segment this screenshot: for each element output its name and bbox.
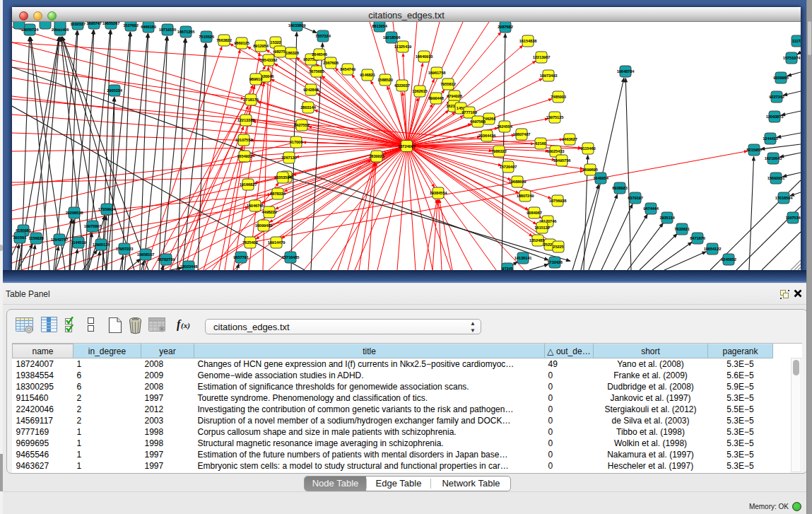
svg-text:417006: 417006 bbox=[290, 140, 303, 144]
svg-text:1527602: 1527602 bbox=[123, 23, 139, 28]
svg-text:6794028: 6794028 bbox=[447, 94, 462, 98]
svg-text:12942757: 12942757 bbox=[51, 238, 69, 242]
svg-text:9699695: 9699695 bbox=[582, 168, 598, 172]
svg-text:12093873: 12093873 bbox=[766, 115, 784, 119]
svg-text:5675685: 5675685 bbox=[309, 69, 324, 74]
svg-text:9657791: 9657791 bbox=[233, 255, 249, 259]
svg-text:10973493: 10973493 bbox=[540, 74, 558, 78]
svg-text:16099489: 16099489 bbox=[255, 223, 273, 228]
svg-text:1362615: 1362615 bbox=[412, 89, 428, 93]
svg-text:19166827: 19166827 bbox=[240, 182, 257, 187]
svg-text:10719155: 10719155 bbox=[159, 28, 177, 32]
svg-text:16543382: 16543382 bbox=[260, 58, 278, 62]
svg-text:1640954: 1640954 bbox=[593, 176, 608, 180]
svg-text:15720407: 15720407 bbox=[500, 165, 517, 169]
svg-text:12213967: 12213967 bbox=[533, 55, 551, 59]
svg-text:10756928: 10756928 bbox=[549, 199, 567, 203]
svg-text:16671355: 16671355 bbox=[177, 30, 196, 34]
svg-text:(x): (x) bbox=[181, 321, 190, 330]
svg-text:10975867: 10975867 bbox=[84, 224, 102, 228]
svg-text:8427552: 8427552 bbox=[294, 123, 310, 127]
svg-text:9463627: 9463627 bbox=[562, 137, 577, 141]
svg-text:1244415: 1244415 bbox=[763, 136, 778, 141]
svg-text:16210643: 16210643 bbox=[765, 156, 783, 160]
svg-text:8215955: 8215955 bbox=[746, 148, 762, 152]
svg-text:16961758: 16961758 bbox=[428, 71, 447, 75]
svg-text:20206538: 20206538 bbox=[66, 211, 84, 215]
svg-text:2830023: 2830023 bbox=[369, 154, 384, 158]
svg-text:989618: 989618 bbox=[249, 77, 263, 81]
svg-text:7357224: 7357224 bbox=[315, 34, 331, 38]
svg-text:10107553: 10107553 bbox=[235, 138, 254, 142]
svg-text:7515526: 7515526 bbox=[199, 35, 214, 39]
svg-text:4498222: 4498222 bbox=[261, 210, 277, 214]
svg-text:11172: 11172 bbox=[792, 39, 801, 43]
svg-text:10958107: 10958107 bbox=[137, 252, 155, 257]
svg-text:2803144: 2803144 bbox=[300, 105, 316, 110]
svg-text:5878334: 5878334 bbox=[270, 192, 286, 196]
svg-text:9146821: 9146821 bbox=[360, 73, 375, 77]
svg-text:1733426: 1733426 bbox=[547, 260, 563, 264]
svg-text:16046765: 16046765 bbox=[247, 204, 265, 208]
svg-text:8454749: 8454749 bbox=[340, 67, 355, 71]
svg-text:1032337: 1032337 bbox=[70, 22, 86, 26]
svg-text:10688609: 10688609 bbox=[509, 180, 527, 184]
svg-text:19218506: 19218506 bbox=[383, 35, 401, 40]
svg-text:2367608: 2367608 bbox=[323, 61, 339, 65]
svg-text:7632621: 7632621 bbox=[674, 227, 690, 231]
svg-text:12023448: 12023448 bbox=[180, 264, 199, 269]
svg-text:15322: 15322 bbox=[270, 40, 281, 45]
svg-text:16782759: 16782759 bbox=[158, 257, 176, 262]
svg-text:7955812: 7955812 bbox=[440, 82, 456, 86]
svg-text:15692951: 15692951 bbox=[767, 176, 786, 180]
svg-text:9860125: 9860125 bbox=[234, 41, 249, 45]
svg-text:2905334: 2905334 bbox=[107, 88, 122, 93]
svg-text:16914479: 16914479 bbox=[268, 240, 286, 245]
svg-text:9245052: 9245052 bbox=[721, 257, 736, 262]
svg-text:9242848: 9242848 bbox=[303, 88, 319, 92]
svg-text:391591: 391591 bbox=[13, 235, 27, 240]
svg-text:12213389: 12213389 bbox=[237, 118, 256, 122]
svg-text:2718176: 2718176 bbox=[243, 98, 259, 102]
svg-text:10655267: 10655267 bbox=[102, 22, 120, 25]
svg-text:17016504: 17016504 bbox=[775, 196, 794, 200]
svg-text:9777169: 9777169 bbox=[461, 110, 477, 115]
svg-text:2646546: 2646546 bbox=[312, 52, 327, 57]
svg-text:16640910: 16640910 bbox=[416, 54, 433, 59]
svg-text:1167534: 1167534 bbox=[785, 216, 801, 220]
svg-text:10654122: 10654122 bbox=[704, 247, 722, 251]
svg-text:11325419: 11325419 bbox=[394, 45, 412, 49]
svg-text:2087682: 2087682 bbox=[498, 25, 513, 29]
svg-text:14136141: 14136141 bbox=[514, 256, 533, 260]
svg-text:98275: 98275 bbox=[274, 49, 286, 54]
svg-text:17957223: 17957223 bbox=[116, 247, 134, 251]
svg-text:15716485: 15716485 bbox=[282, 255, 300, 259]
svg-text:62160: 62160 bbox=[535, 141, 546, 146]
svg-text:1654923: 1654923 bbox=[237, 154, 252, 158]
svg-text:1144519: 1144519 bbox=[71, 240, 86, 245]
svg-text:7625402: 7625402 bbox=[242, 240, 258, 245]
svg-text:6379197: 6379197 bbox=[628, 196, 643, 200]
svg-text:13975125: 13975125 bbox=[546, 115, 565, 119]
svg-text:18495756: 18495756 bbox=[553, 158, 572, 163]
svg-text:9474444: 9474444 bbox=[643, 206, 659, 211]
svg-text:8938923: 8938923 bbox=[612, 186, 628, 190]
svg-text:10025433: 10025433 bbox=[547, 149, 565, 153]
svg-text:25225: 25225 bbox=[553, 245, 564, 249]
svg-text:10648784: 10648784 bbox=[617, 69, 635, 74]
svg-text:8186328: 8186328 bbox=[283, 51, 299, 55]
svg-text:15751074: 15751074 bbox=[783, 56, 801, 60]
svg-text:2935114: 2935114 bbox=[659, 216, 675, 220]
svg-text:9084067: 9084067 bbox=[526, 211, 542, 215]
svg-text:10807487: 10807487 bbox=[513, 132, 531, 136]
svg-text:16033809: 16033809 bbox=[288, 23, 307, 28]
svg-text:19384554: 19384554 bbox=[430, 191, 448, 195]
svg-text:1695747: 1695747 bbox=[86, 22, 102, 25]
svg-text:8990448: 8990448 bbox=[428, 96, 444, 100]
svg-text:17359924: 17359924 bbox=[98, 207, 117, 211]
svg-text:3267130: 3267130 bbox=[281, 156, 297, 160]
svg-text:9227342: 9227342 bbox=[769, 95, 784, 99]
svg-text:8912954: 8912954 bbox=[253, 44, 269, 48]
svg-text:7986322: 7986322 bbox=[491, 149, 507, 153]
svg-text:13353594: 13353594 bbox=[274, 175, 293, 180]
